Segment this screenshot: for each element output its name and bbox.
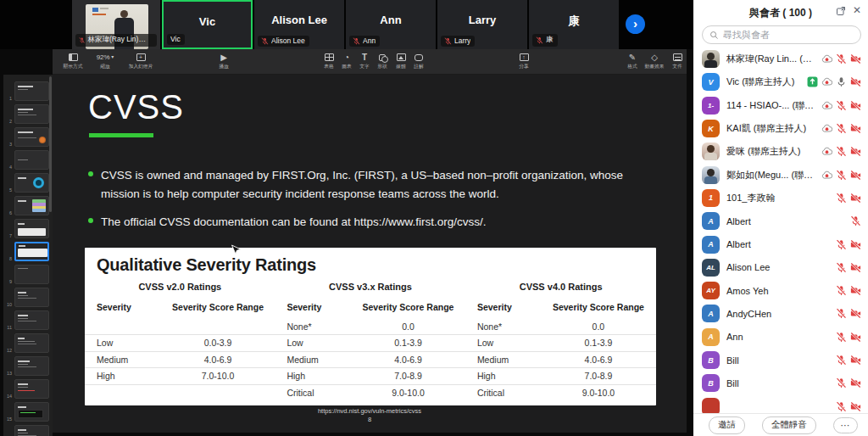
mic-muted-icon[interactable] [836, 123, 847, 134]
cloud-recording-icon [821, 53, 832, 64]
mic-muted-icon[interactable] [836, 332, 847, 343]
panel-header: 與會者 ( 100 ) ✕ [693, 0, 868, 22]
mic-muted-icon[interactable] [836, 401, 847, 412]
video-off-icon[interactable] [850, 332, 861, 343]
mic-on-icon[interactable] [836, 76, 847, 87]
video-off-icon[interactable] [850, 285, 861, 296]
slide-thumbnail-15[interactable]: 15 [3, 400, 53, 423]
slide-thumbnail-5[interactable]: 5 [3, 171, 53, 194]
video-off-icon[interactable] [850, 76, 861, 87]
video-off-icon[interactable] [850, 239, 861, 250]
search-box[interactable] [702, 25, 861, 44]
slide-thumbnail-14[interactable]: 14 [3, 377, 53, 400]
video-off-icon[interactable] [850, 193, 861, 204]
view-menu-button[interactable]: 顯示方式 [56, 52, 90, 71]
video-tile-kang[interactable]: 康 康 [529, 0, 619, 49]
slide-thumbnail-10[interactable]: 10 [3, 286, 53, 309]
slide-thumbnail-16[interactable]: 16 [3, 423, 53, 436]
video-off-icon[interactable] [850, 100, 861, 111]
mic-muted-icon[interactable] [836, 193, 847, 204]
participant-row[interactable]: A Ann [693, 326, 868, 349]
video-off-icon[interactable] [850, 146, 861, 157]
mic-muted-icon[interactable] [836, 53, 847, 64]
share-button[interactable]: ↑ 分享 [507, 52, 541, 71]
mic-muted-icon[interactable] [836, 377, 847, 388]
more-options-button[interactable]: ⋯ [833, 417, 859, 433]
comment-icon [415, 54, 423, 61]
next-videos-button[interactable]: › [626, 14, 645, 34]
comment-button[interactable]: 註解 [402, 52, 436, 71]
play-button[interactable]: ▶ 播放 [207, 52, 241, 71]
video-tile-vic[interactable]: Vic Vic [162, 0, 253, 49]
slide-thumbnail-8-selected[interactable]: 8 [3, 240, 53, 263]
participant-row[interactable]: A Albert [693, 232, 868, 255]
video-tile-ray[interactable]: 林家瑋(Ray Lin)@Dev… [72, 0, 160, 49]
mic-muted-icon[interactable] [836, 308, 847, 319]
mic-muted-icon[interactable] [836, 170, 847, 181]
video-off-icon[interactable] [850, 262, 861, 273]
mic-muted-icon[interactable] [836, 355, 847, 366]
participant-row[interactable]: A Albert [693, 210, 868, 232]
mic-muted-icon[interactable] [836, 239, 847, 250]
cloud-recording-icon [821, 76, 832, 87]
video-off-icon[interactable] [850, 355, 861, 366]
document-button[interactable]: 文件 [660, 52, 694, 71]
slide-thumbnail-11[interactable]: 11 [3, 309, 53, 332]
mic-muted-icon [79, 36, 85, 44]
participant-row[interactable]: AY Amos Yeh [693, 279, 868, 302]
navigator-scrollbar[interactable] [49, 76, 52, 212]
video-off-icon[interactable] [850, 377, 861, 388]
avatar: 1- [702, 97, 720, 115]
share-icon: ↑ [520, 53, 529, 61]
video-tile-larry[interactable]: Larry Larry [437, 0, 527, 49]
mic-muted-icon [261, 37, 269, 45]
participant-row[interactable]: A AndyCHen [693, 302, 868, 325]
participant-row-partial[interactable] [693, 394, 868, 413]
participant-row[interactable]: B Bill [693, 372, 868, 394]
participant-row[interactable]: 1- 114 - HSIAO-... (聯席主持人) [693, 94, 868, 117]
participant-row[interactable]: V Vic (聯席主持人) [693, 70, 868, 93]
table-row: High7.0-10.0 High7.0-8.9 High7.0-8.9 [85, 367, 656, 384]
mic-muted-icon[interactable] [850, 215, 861, 226]
keynote-toolbar: 顯示方式 92% ▾ 縮放 + 加入幻燈片 ▶ 播放 表格 ◔ 圖表 [53, 49, 687, 75]
participant-row[interactable]: 愛咪 (聯席主持人) [693, 140, 868, 163]
close-icon[interactable]: ✕ [853, 4, 861, 16]
slide-thumbnail-13[interactable]: 13 [3, 355, 53, 377]
video-off-icon[interactable] [850, 401, 861, 412]
invite-button[interactable]: 邀請 [709, 416, 745, 434]
slide-thumbnail-2[interactable]: 2 [3, 103, 53, 126]
video-off-icon[interactable] [850, 123, 861, 134]
participant-row[interactable]: 林家瑋(Ray Lin... (主持人, 我) [693, 48, 868, 70]
participant-row[interactable]: AL Alison Lee [693, 256, 868, 279]
participant-row[interactable]: 1 101_李政翰 [693, 187, 868, 210]
participant-row[interactable]: B Bill [693, 349, 868, 372]
slide-thumbnail-1[interactable]: 1 [3, 80, 53, 103]
popout-icon[interactable] [836, 6, 846, 16]
mic-muted-icon[interactable] [836, 285, 847, 296]
add-slide-button[interactable]: + 加入幻燈片 [124, 52, 158, 71]
video-off-icon[interactable] [850, 170, 861, 181]
slide-thumbnail-12[interactable]: 12 [3, 332, 53, 355]
mic-muted-icon[interactable] [836, 262, 847, 273]
zoom-control[interactable]: 92% ▾ 縮放 [88, 52, 122, 71]
video-tile-ann[interactable]: Ann Ann [346, 0, 436, 49]
view-icon [69, 53, 78, 61]
mic-muted-icon[interactable] [836, 100, 847, 111]
participant-row[interactable]: K KAI凱 (聯席主持人) [693, 117, 868, 140]
video-off-icon[interactable] [850, 308, 861, 319]
slide-thumbnail-9[interactable]: 9 [3, 263, 53, 286]
cloud-recording-icon [821, 146, 832, 157]
slide-thumbnail-4[interactable]: 4 [3, 148, 53, 171]
cloud-recording-icon [821, 170, 832, 181]
video-tile-alison[interactable]: Alison Lee Alison Lee [254, 0, 344, 49]
search-icon [709, 31, 719, 40]
mic-muted-icon [444, 37, 452, 45]
search-input[interactable] [723, 27, 854, 42]
mute-all-button[interactable]: 全體靜音 [762, 416, 816, 434]
participant-row[interactable]: 鄭如如(Megu... (聯席主持人) [693, 163, 868, 186]
slide-thumbnail-3[interactable]: 3 [3, 126, 53, 148]
slide-thumbnail-6[interactable]: 6 [3, 194, 53, 217]
slide-thumbnail-7[interactable]: 7 [3, 217, 53, 240]
video-off-icon[interactable] [850, 53, 861, 64]
mic-muted-icon[interactable] [836, 146, 847, 157]
